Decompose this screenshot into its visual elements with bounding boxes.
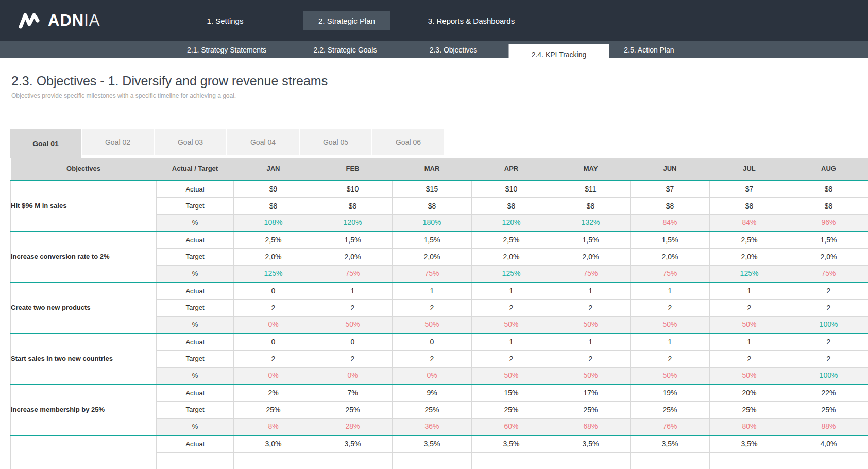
goal-tab-04[interactable]: Goal 04: [227, 129, 299, 155]
target-cell[interactable]: 25%: [393, 401, 472, 418]
percent-cell[interactable]: 50%: [551, 367, 631, 384]
target-cell[interactable]: 25%: [789, 401, 868, 418]
actual-cell[interactable]: 0: [234, 282, 313, 299]
actual-cell[interactable]: 4,0%: [789, 435, 868, 452]
percent-cell[interactable]: 50%: [710, 316, 789, 333]
actual-cell[interactable]: 9%: [393, 384, 472, 401]
percent-cell[interactable]: 76%: [631, 418, 710, 435]
actual-cell[interactable]: 7%: [313, 384, 393, 401]
target-cell[interactable]: 2,0%: [313, 248, 393, 265]
objective-name[interactable]: Start sales in two new countries: [11, 333, 157, 384]
actual-cell[interactable]: 2,5%: [710, 231, 789, 248]
actual-cell[interactable]: 3,5%: [551, 435, 631, 452]
target-cell[interactable]: 2,0%: [551, 248, 631, 265]
actual-cell[interactable]: $7: [710, 180, 789, 197]
percent-cell[interactable]: 50%: [551, 316, 631, 333]
percent-cell[interactable]: 50%: [472, 316, 551, 333]
percent-cell[interactable]: 50%: [710, 367, 789, 384]
actual-cell[interactable]: $8: [789, 180, 868, 197]
actual-cell[interactable]: 1: [472, 333, 551, 350]
target-cell[interactable]: 25%: [631, 401, 710, 418]
percent-cell[interactable]: 75%: [631, 265, 710, 282]
target-cell[interactable]: 2: [393, 350, 472, 367]
target-cell[interactable]: 25%: [710, 401, 789, 418]
percent-cell[interactable]: 50%: [472, 367, 551, 384]
percent-cell[interactable]: 75%: [313, 265, 393, 282]
target-cell[interactable]: 2: [789, 299, 868, 316]
percent-cell[interactable]: 36%: [393, 418, 472, 435]
target-cell[interactable]: 2,0%: [393, 248, 472, 265]
target-cell[interactable]: 2: [234, 350, 313, 367]
percent-cell[interactable]: 80%: [710, 418, 789, 435]
percent-cell[interactable]: 0%: [393, 367, 472, 384]
actual-cell[interactable]: 2,5%: [234, 231, 313, 248]
target-cell[interactable]: 25%: [551, 401, 631, 418]
target-cell[interactable]: 2: [313, 299, 393, 316]
target-cell[interactable]: 2,0%: [631, 248, 710, 265]
target-cell[interactable]: 2: [472, 299, 551, 316]
objective-name[interactable]: [11, 435, 157, 469]
actual-cell[interactable]: 1: [710, 282, 789, 299]
percent-cell[interactable]: 0%: [313, 367, 393, 384]
target-cell[interactable]: 2: [313, 350, 393, 367]
target-cell[interactable]: 2,0%: [710, 248, 789, 265]
percent-cell[interactable]: 180%: [393, 214, 472, 231]
target-cell[interactable]: 2,0%: [234, 248, 313, 265]
actual-cell[interactable]: 3,5%: [393, 435, 472, 452]
tab-action-plan[interactable]: 2.5. Action Plan: [624, 41, 674, 58]
percent-cell[interactable]: 75%: [789, 265, 868, 282]
actual-cell[interactable]: 1: [631, 282, 710, 299]
target-cell[interactable]: $8: [551, 197, 631, 214]
percent-cell[interactable]: 120%: [472, 214, 551, 231]
percent-cell[interactable]: 100%: [789, 367, 868, 384]
actual-cell[interactable]: 1,5%: [551, 231, 631, 248]
target-cell[interactable]: 2,0%: [472, 248, 551, 265]
target-cell[interactable]: 2: [551, 299, 631, 316]
objective-name[interactable]: Create two new products: [11, 282, 157, 333]
actual-cell[interactable]: 20%: [710, 384, 789, 401]
percent-cell[interactable]: 132%: [551, 214, 631, 231]
target-cell[interactable]: 2: [710, 299, 789, 316]
percent-cell[interactable]: 125%: [710, 265, 789, 282]
target-cell[interactable]: 2: [631, 299, 710, 316]
percent-cell[interactable]: 50%: [631, 316, 710, 333]
goal-tab-06[interactable]: Goal 06: [372, 129, 444, 155]
percent-cell[interactable]: 125%: [472, 265, 551, 282]
target-cell[interactable]: $8: [631, 197, 710, 214]
actual-cell[interactable]: 3,5%: [631, 435, 710, 452]
actual-cell[interactable]: 1: [631, 333, 710, 350]
tab-settings[interactable]: 1. Settings: [207, 0, 244, 41]
actual-cell[interactable]: $7: [631, 180, 710, 197]
actual-cell[interactable]: $10: [472, 180, 551, 197]
target-cell[interactable]: $8: [234, 197, 313, 214]
percent-cell[interactable]: 108%: [234, 214, 313, 231]
percent-cell[interactable]: 28%: [313, 418, 393, 435]
target-cell[interactable]: $8: [789, 197, 868, 214]
actual-cell[interactable]: $15: [393, 180, 472, 197]
actual-cell[interactable]: 17%: [551, 384, 631, 401]
actual-cell[interactable]: 19%: [631, 384, 710, 401]
target-cell[interactable]: 2: [789, 350, 868, 367]
actual-cell[interactable]: 3,5%: [710, 435, 789, 452]
target-cell[interactable]: 25%: [313, 401, 393, 418]
percent-cell[interactable]: 75%: [393, 265, 472, 282]
actual-cell[interactable]: 0: [234, 333, 313, 350]
actual-cell[interactable]: $10: [313, 180, 393, 197]
actual-cell[interactable]: 3,0%: [234, 435, 313, 452]
objective-name[interactable]: Hit $96 M in sales: [11, 180, 157, 231]
tab-objectives[interactable]: 2.3. Objectives: [430, 41, 478, 58]
actual-cell[interactable]: 22%: [789, 384, 868, 401]
target-cell[interactable]: $8: [472, 197, 551, 214]
target-cell[interactable]: 2,0%: [789, 248, 868, 265]
target-cell[interactable]: $8: [313, 197, 393, 214]
percent-cell[interactable]: 0%: [234, 367, 313, 384]
actual-cell[interactable]: 2,5%: [472, 231, 551, 248]
tab-strategic-plan[interactable]: 2. Strategic Plan: [303, 11, 390, 30]
percent-cell[interactable]: 120%: [313, 214, 393, 231]
target-cell[interactable]: 2: [393, 299, 472, 316]
percent-cell[interactable]: 88%: [789, 418, 868, 435]
target-cell[interactable]: 25%: [472, 401, 551, 418]
target-cell[interactable]: 2: [472, 350, 551, 367]
percent-cell[interactable]: 0%: [234, 316, 313, 333]
objective-name[interactable]: Increase membership by 25%: [11, 384, 157, 435]
